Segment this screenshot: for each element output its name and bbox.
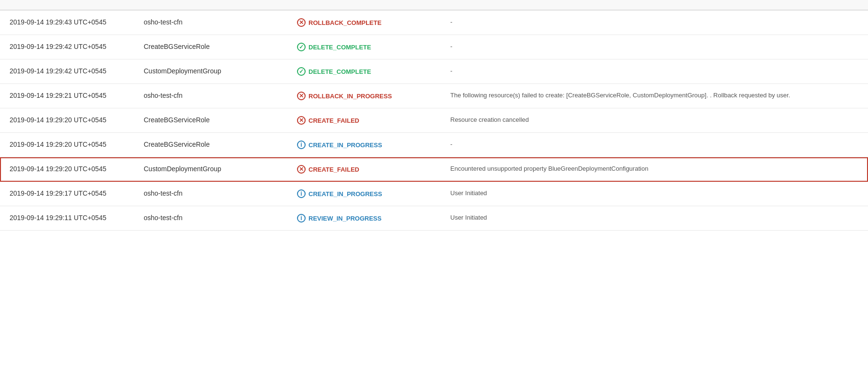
- cell-status: i REVIEW_IN_PROGRESS: [287, 206, 441, 231]
- cell-status: i CREATE_IN_PROGRESS: [287, 133, 441, 157]
- table-row: 2019-09-14 19:29:43 UTC+0545 osho-test-c…: [0, 10, 868, 35]
- cell-timestamp: 2019-09-14 19:29:20 UTC+0545: [0, 133, 134, 157]
- status-text: DELETE_COMPLETE: [308, 68, 371, 75]
- cell-logical-id: osho-test-cfn: [134, 206, 287, 231]
- status-text: DELETE_COMPLETE: [308, 44, 371, 51]
- cell-reason: -: [441, 10, 868, 35]
- cell-status: ✕ ROLLBACK_COMPLETE: [287, 10, 441, 35]
- cell-reason: Encountered unsupported property BlueGre…: [441, 157, 868, 182]
- status-text: CREATE_IN_PROGRESS: [308, 141, 382, 149]
- cell-reason: -: [441, 59, 868, 84]
- status-icon: i: [297, 189, 306, 198]
- cell-status: ✕ ROLLBACK_IN_PROGRESS: [287, 84, 441, 108]
- cell-reason: -: [441, 35, 868, 59]
- status-text: ROLLBACK_COMPLETE: [308, 19, 381, 26]
- cell-timestamp: 2019-09-14 19:29:11 UTC+0545: [0, 206, 134, 231]
- cell-status: ✓ DELETE_COMPLETE: [287, 35, 441, 59]
- status-icon: ✕: [297, 116, 306, 125]
- cell-status: ✕ CREATE_FAILED: [287, 108, 441, 133]
- cell-timestamp: 2019-09-14 19:29:42 UTC+0545: [0, 35, 134, 59]
- status-icon: i: [297, 141, 306, 149]
- cell-reason: Resource creation cancelled: [441, 108, 868, 133]
- col-header-reason: [441, 0, 868, 10]
- cell-reason: The following resource(s) failed to crea…: [441, 84, 868, 108]
- table-row: 2019-09-14 19:29:20 UTC+0545 CreateBGSer…: [0, 133, 868, 157]
- table-row: 2019-09-14 19:29:17 UTC+0545 osho-test-c…: [0, 182, 868, 206]
- status-icon: ✓: [297, 43, 306, 51]
- cell-timestamp: 2019-09-14 19:29:17 UTC+0545: [0, 182, 134, 206]
- table-row: 2019-09-14 19:29:21 UTC+0545 osho-test-c…: [0, 84, 868, 108]
- table-row: 2019-09-14 19:29:42 UTC+0545 CustomDeplo…: [0, 59, 868, 84]
- status-text: REVIEW_IN_PROGRESS: [308, 215, 381, 222]
- cell-status: ✕ CREATE_FAILED: [287, 157, 441, 182]
- cell-logical-id: CustomDeploymentGroup: [134, 157, 287, 182]
- col-header-timestamp: [0, 0, 134, 10]
- table-row: 2019-09-14 19:29:20 UTC+0545 CustomDeplo…: [0, 157, 868, 182]
- status-icon: ✕: [297, 92, 306, 100]
- events-table-container: 2019-09-14 19:29:43 UTC+0545 osho-test-c…: [0, 0, 868, 375]
- cell-status: i CREATE_IN_PROGRESS: [287, 182, 441, 206]
- cell-logical-id: osho-test-cfn: [134, 182, 287, 206]
- cell-timestamp: 2019-09-14 19:29:42 UTC+0545: [0, 59, 134, 84]
- status-icon: ✕: [297, 165, 306, 174]
- cell-reason: User Initiated: [441, 182, 868, 206]
- status-text: CREATE_FAILED: [308, 117, 359, 124]
- cell-logical-id: CreateBGServiceRole: [134, 108, 287, 133]
- status-text: CREATE_FAILED: [308, 166, 359, 173]
- cell-timestamp: 2019-09-14 19:29:20 UTC+0545: [0, 108, 134, 133]
- cell-logical-id: osho-test-cfn: [134, 10, 287, 35]
- cell-reason: User Initiated: [441, 206, 868, 231]
- col-header-status: [287, 0, 441, 10]
- cell-status: ✓ DELETE_COMPLETE: [287, 59, 441, 84]
- status-text: CREATE_IN_PROGRESS: [308, 190, 382, 198]
- cell-logical-id: CustomDeploymentGroup: [134, 59, 287, 84]
- status-icon: ✓: [297, 67, 306, 76]
- table-row: 2019-09-14 19:29:42 UTC+0545 CreateBGSer…: [0, 35, 868, 59]
- col-header-logical-id: [134, 0, 287, 10]
- cell-timestamp: 2019-09-14 19:29:20 UTC+0545: [0, 157, 134, 182]
- status-icon: ✕: [297, 18, 306, 27]
- cell-reason: -: [441, 133, 868, 157]
- table-row: 2019-09-14 19:29:11 UTC+0545 osho-test-c…: [0, 206, 868, 231]
- table-row: 2019-09-14 19:29:20 UTC+0545 CreateBGSer…: [0, 108, 868, 133]
- cell-timestamp: 2019-09-14 19:29:21 UTC+0545: [0, 84, 134, 108]
- events-table: 2019-09-14 19:29:43 UTC+0545 osho-test-c…: [0, 0, 868, 231]
- status-text: ROLLBACK_IN_PROGRESS: [308, 93, 392, 100]
- cell-logical-id: CreateBGServiceRole: [134, 35, 287, 59]
- cell-timestamp: 2019-09-14 19:29:43 UTC+0545: [0, 10, 134, 35]
- cell-logical-id: osho-test-cfn: [134, 84, 287, 108]
- table-header-row: [0, 0, 868, 10]
- status-icon: i: [297, 214, 306, 223]
- cell-logical-id: CreateBGServiceRole: [134, 133, 287, 157]
